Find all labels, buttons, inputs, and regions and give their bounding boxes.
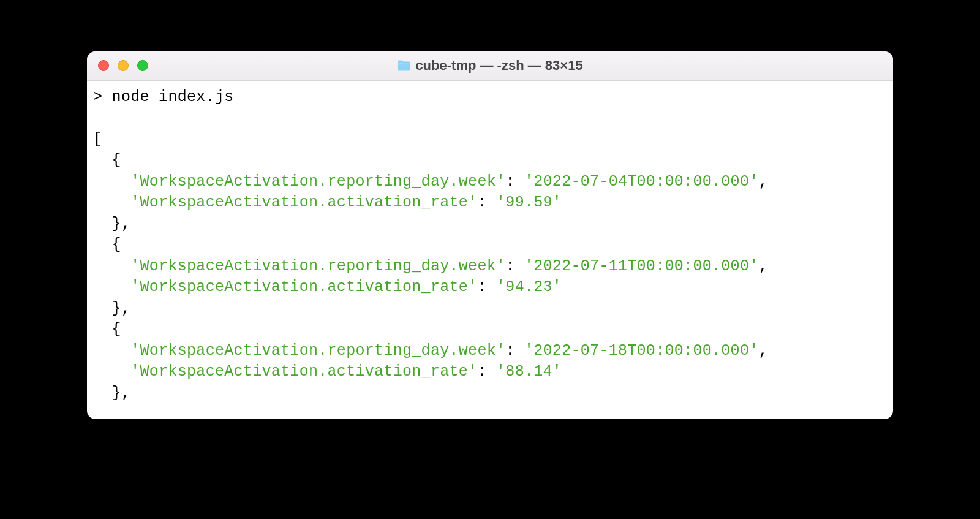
terminal-window: cube-tmp — -zsh — 83×15 > node index.js[… — [87, 51, 893, 419]
json-key: 'WorkspaceActivation.reporting_day.week' — [130, 257, 505, 275]
command-line: > node index.js — [93, 87, 887, 108]
output-item: { 'WorkspaceActivation.reporting_day.wee… — [93, 235, 887, 319]
json-value: '99.59' — [496, 194, 562, 211]
output-open-bracket: [ — [93, 129, 887, 151]
output-item: { 'WorkspaceActivation.reporting_day.wee… — [93, 319, 887, 404]
close-button[interactable] — [98, 60, 109, 71]
punct: : — [477, 363, 496, 381]
prompt: > — [93, 88, 112, 106]
brace-close: }, — [93, 383, 887, 404]
brace-open: { — [93, 319, 887, 341]
command-text: node index.js — [112, 88, 234, 106]
punct: : — [477, 194, 496, 211]
punct: : — [505, 257, 524, 275]
kv-line: 'WorkspaceActivation.reporting_day.week'… — [93, 172, 887, 193]
punct: : — [505, 173, 524, 191]
brace-close: }, — [93, 214, 887, 235]
output-item: { 'WorkspaceActivation.reporting_day.wee… — [93, 150, 887, 235]
json-value: '2022-07-11T00:00:00.000' — [524, 257, 759, 275]
brace-close: }, — [93, 298, 887, 320]
minimize-button[interactable] — [118, 60, 129, 71]
json-value: '88.14' — [496, 363, 562, 381]
kv-line: 'WorkspaceActivation.activation_rate': '… — [93, 192, 887, 214]
blank-line — [93, 108, 887, 129]
punct: : — [477, 278, 496, 296]
json-value: '2022-07-04T00:00:00.000' — [524, 173, 759, 191]
folder-icon — [397, 60, 410, 71]
titlebar[interactable]: cube-tmp — -zsh — 83×15 — [87, 51, 893, 81]
brace-open: { — [93, 150, 887, 172]
kv-line: 'WorkspaceActivation.activation_rate': '… — [93, 277, 887, 298]
json-key: 'WorkspaceActivation.activation_rate' — [130, 363, 477, 381]
punct: : — [505, 342, 524, 360]
window-title: cube-tmp — -zsh — 83×15 — [397, 58, 582, 74]
terminal-body[interactable]: > node index.js[ { 'WorkspaceActivation.… — [87, 81, 893, 411]
traffic-lights — [87, 60, 148, 71]
json-key: 'WorkspaceActivation.activation_rate' — [130, 278, 477, 296]
punct: , — [759, 342, 768, 360]
json-key: 'WorkspaceActivation.reporting_day.week' — [130, 173, 505, 191]
punct: , — [759, 173, 768, 191]
json-value: '2022-07-18T00:00:00.000' — [524, 342, 759, 360]
kv-line: 'WorkspaceActivation.activation_rate': '… — [93, 362, 887, 383]
json-key: 'WorkspaceActivation.activation_rate' — [130, 194, 477, 211]
kv-line: 'WorkspaceActivation.reporting_day.week'… — [93, 341, 887, 362]
brace-open: { — [93, 235, 887, 256]
json-value: '94.23' — [496, 278, 562, 296]
punct: , — [759, 257, 768, 275]
kv-line: 'WorkspaceActivation.reporting_day.week'… — [93, 256, 887, 278]
json-key: 'WorkspaceActivation.reporting_day.week' — [130, 342, 505, 360]
window-title-text: cube-tmp — -zsh — 83×15 — [415, 58, 582, 74]
maximize-button[interactable] — [137, 60, 148, 71]
